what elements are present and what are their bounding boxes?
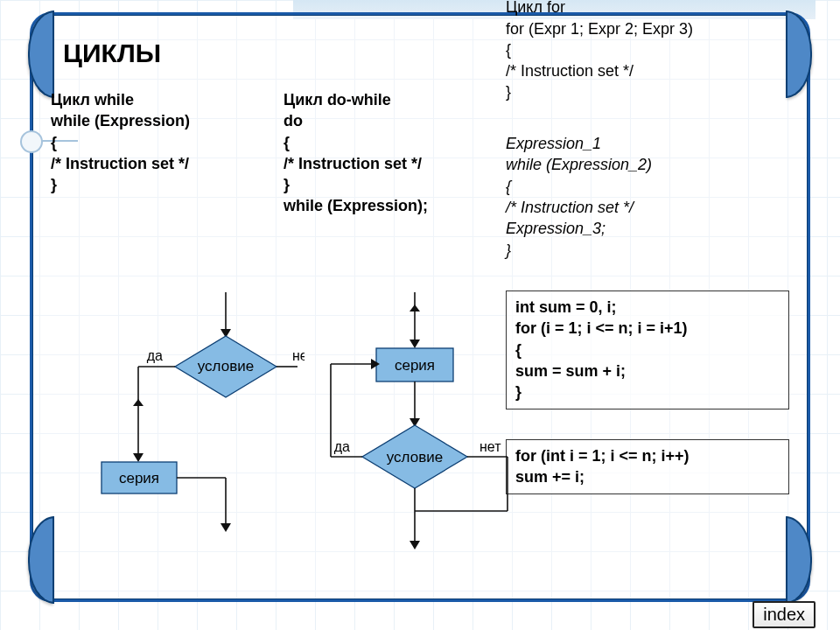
- svg-marker-11: [220, 523, 231, 532]
- svg-marker-15: [410, 340, 420, 348]
- frame-decoration-circle: [20, 130, 43, 153]
- index-button[interactable]: index: [752, 601, 816, 628]
- flow-condition-label: условие: [387, 449, 443, 466]
- for-code-block: Цикл for for (Expr 1; Expr 2; Expr 3) { …: [506, 0, 789, 103]
- corner-bracket: [786, 516, 812, 604]
- slide-content: ЦИКЛЫ Цикл while while (Expression) { /*…: [51, 30, 789, 584]
- flow-series-label: серия: [395, 357, 435, 374]
- for-column: Цикл for for (Expr 1; Expr 2; Expr 3) { …: [506, 89, 789, 515]
- code-example-1: int sum = 0, i; for (i = 1; i <= n; i = …: [506, 290, 789, 409]
- flow-series-label: серия: [119, 470, 159, 486]
- flow-condition-label: условие: [198, 358, 254, 374]
- for-expanded-block: Expression_1 while (Expression_2) { /* I…: [506, 133, 789, 261]
- code-example-2: for (int i = 1; i <= n; i++) sum += i;: [506, 439, 789, 494]
- corner-bracket: [786, 10, 812, 98]
- flow-yes-label: да: [147, 348, 163, 363]
- flowchart-while: условие да серия нет: [60, 292, 304, 555]
- flow-no-label: нет: [480, 439, 501, 454]
- svg-marker-14: [410, 304, 420, 312]
- svg-marker-7: [133, 453, 144, 462]
- svg-marker-28: [410, 541, 420, 550]
- flowchart-dowhile: серия условие да нет: [292, 292, 537, 564]
- svg-marker-6: [133, 399, 144, 406]
- flow-yes-label: да: [334, 439, 350, 454]
- slide-frame: ЦИКЛЫ Цикл while while (Expression) { /*…: [30, 12, 810, 602]
